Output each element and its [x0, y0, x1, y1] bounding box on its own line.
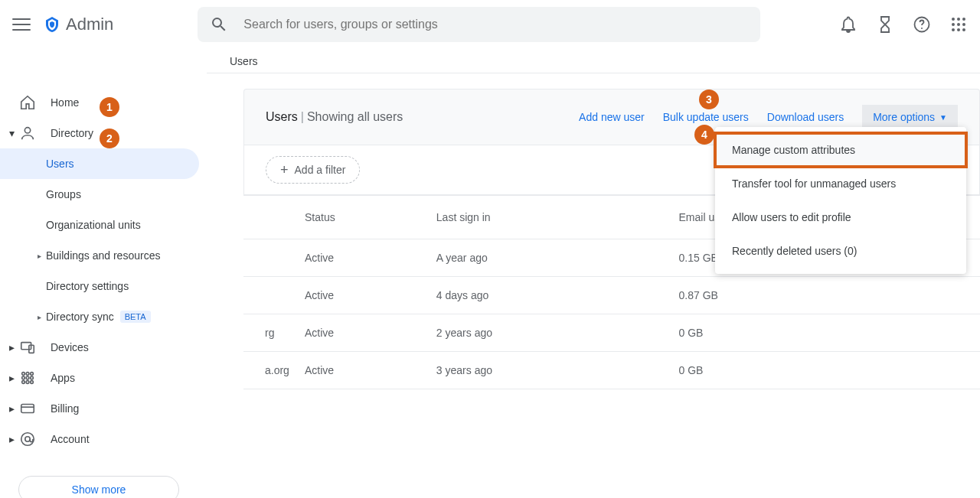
sidebar-item-account[interactable]: ▸ Account [0, 424, 207, 454]
cell-email-usage: 0 GB [679, 352, 934, 389]
svg-point-16 [31, 373, 34, 376]
svg-point-5 [952, 23, 955, 26]
svg-point-8 [952, 28, 955, 31]
admin-logo-icon [43, 15, 61, 34]
panel-title-sub: Showing all users [307, 110, 403, 123]
cell-email: rg [243, 314, 305, 352]
callout-3: 3 [699, 90, 719, 109]
column-status[interactable]: Status [305, 196, 436, 239]
dropdown-item-deleted-users[interactable]: Recently deleted users (0) [715, 234, 966, 268]
search-bar[interactable] [198, 7, 760, 42]
show-more-button[interactable]: Show more [18, 476, 179, 498]
svg-point-7 [962, 23, 965, 26]
cell-email [243, 239, 305, 277]
chevron-right-icon: ▸ [32, 313, 46, 321]
panel-title-main: Users [266, 110, 298, 123]
add-new-user-link[interactable]: Add new user [579, 111, 645, 123]
sidebar-item-org-units[interactable]: Organizational units [0, 210, 207, 240]
more-options-label: More options [873, 111, 935, 123]
content-panel: Users|Showing all users Add new user Bul… [207, 73, 980, 498]
sidebar-label: Home [51, 96, 79, 109]
cell-status: Active [305, 239, 436, 277]
sidebar-label: Billing [51, 402, 79, 415]
svg-point-19 [31, 376, 34, 379]
svg-point-25 [21, 433, 34, 446]
svg-point-21 [26, 381, 29, 384]
search-icon [210, 15, 228, 34]
panel-title: Users|Showing all users [266, 110, 403, 124]
sidebar-item-buildings[interactable]: ▸ Buildings and resources [0, 240, 207, 271]
notifications-icon[interactable] [839, 15, 858, 34]
plus-icon: + [280, 163, 289, 177]
cell-last-signin: 2 years ago [436, 314, 679, 352]
column-last-signin[interactable]: Last sign in [436, 196, 679, 239]
sidebar-label: Users [46, 158, 74, 170]
beta-badge: BETA [120, 311, 151, 323]
svg-point-20 [22, 381, 25, 384]
sidebar-item-apps[interactable]: ▸ Apps [0, 363, 207, 393]
cell-last-signin: A year ago [436, 239, 679, 277]
svg-point-3 [957, 18, 960, 21]
svg-point-22 [31, 381, 34, 384]
hourglass-icon[interactable] [876, 15, 894, 34]
search-input[interactable] [242, 17, 748, 32]
sidebar-label: Buildings and resources [46, 249, 160, 262]
app-logo[interactable]: Admin [43, 15, 113, 34]
at-sign-icon [18, 430, 37, 448]
sidebar-label: Account [51, 433, 90, 445]
cell-last-signin: 4 days ago [436, 277, 679, 314]
person-icon [18, 124, 37, 142]
devices-icon [18, 338, 37, 356]
sidebar-label: Groups [46, 188, 81, 200]
hamburger-menu-icon[interactable] [12, 15, 31, 34]
svg-point-11 [24, 128, 30, 133]
table-row[interactable]: rg Active 2 years ago 0 GB [243, 314, 980, 352]
table-row[interactable]: a.org Active 3 years ago 0 GB [243, 352, 980, 389]
download-users-link[interactable]: Download users [767, 111, 844, 123]
help-icon[interactable] [913, 15, 931, 34]
dropdown-item-transfer-tool[interactable]: Transfer tool for unmanaged users [715, 167, 966, 200]
chevron-right-icon: ▸ [5, 402, 18, 415]
svg-point-10 [962, 28, 965, 31]
caret-down-icon: ▼ [939, 113, 947, 122]
sidebar-item-users[interactable]: Users [0, 148, 199, 179]
add-filter-button[interactable]: + Add a filter [266, 156, 360, 184]
callout-2: 2 [100, 129, 119, 148]
svg-point-17 [22, 376, 25, 379]
apps-grid-icon[interactable] [949, 15, 968, 34]
chevron-right-icon: ▸ [5, 433, 18, 445]
more-options-button[interactable]: More options ▼ [862, 105, 958, 129]
home-icon [18, 93, 37, 112]
cell-status: Active [305, 277, 436, 314]
sidebar-item-devices[interactable]: ▸ Devices [0, 332, 207, 363]
svg-point-9 [957, 28, 960, 31]
cell-email-usage: 0 GB [679, 314, 934, 352]
apps-icon [18, 369, 37, 387]
sidebar-label: Organizational units [46, 219, 141, 231]
table-row[interactable]: Active 4 days ago 0.87 GB [243, 277, 980, 314]
cell-email [243, 277, 305, 314]
svg-point-2 [952, 18, 955, 21]
billing-icon [18, 399, 37, 418]
sidebar-item-billing[interactable]: ▸ Billing [0, 393, 207, 424]
chevron-right-icon: ▸ [32, 252, 46, 260]
sidebar-item-dir-settings[interactable]: Directory settings [0, 271, 207, 301]
sidebar-item-dir-sync[interactable]: ▸ Directory sync BETA [0, 301, 207, 332]
bulk-update-link[interactable]: Bulk update users [663, 111, 749, 123]
more-options-dropdown: Manage custom attributes Transfer tool f… [715, 127, 966, 274]
svg-rect-23 [21, 405, 34, 413]
sidebar-label: Apps [51, 372, 75, 384]
panel-actions: Add new user Bulk update users Download … [579, 105, 958, 129]
sidebar-item-groups[interactable]: Groups [0, 179, 207, 210]
sidebar-label: Directory settings [46, 280, 129, 292]
dropdown-item-edit-profile[interactable]: Allow users to edit profile [715, 200, 966, 234]
add-filter-label: Add a filter [295, 164, 346, 176]
dropdown-item-manage-attributes[interactable]: Manage custom attributes [715, 133, 966, 167]
breadcrumb-item[interactable]: Users [230, 55, 258, 67]
chevron-right-icon: ▸ [5, 372, 18, 384]
sidebar-label: Devices [51, 341, 89, 353]
sidebar-label: Directory sync [46, 311, 114, 323]
app-header: Admin [0, 0, 980, 49]
cell-last-signin: 3 years ago [436, 352, 679, 389]
app-name: Admin [66, 15, 113, 34]
